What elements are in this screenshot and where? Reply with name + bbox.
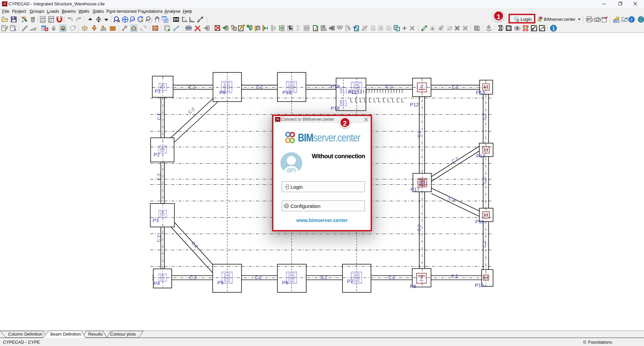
- svg-text:Column Definition: Column Definition: [8, 332, 43, 337]
- svg-text:P10: P10: [282, 90, 291, 95]
- svg-text:P13: P13: [476, 90, 485, 95]
- svg-text:P3: P3: [153, 217, 159, 223]
- svg-text:Contour plots: Contour plots: [110, 332, 136, 337]
- svg-text:P19: P19: [331, 83, 340, 89]
- svg-text:P16: P16: [475, 282, 484, 288]
- svg-text:P14: P14: [476, 153, 485, 159]
- svg-text:C.2: C.2: [320, 275, 327, 280]
- svg-text:P15: P15: [475, 219, 484, 224]
- svg-text:C.2: C.2: [451, 156, 459, 164]
- svg-text:C.2: C.2: [451, 274, 458, 279]
- svg-text:C.2: C.2: [482, 113, 487, 120]
- svg-text:C.2: C.2: [386, 84, 392, 89]
- svg-text:C.2: C.2: [156, 174, 161, 180]
- svg-text:C.2: C.2: [417, 131, 422, 137]
- svg-text:C.2: C.2: [156, 235, 161, 242]
- svg-text:P12: P12: [410, 102, 419, 107]
- svg-text:C.2: C.2: [256, 84, 263, 90]
- svg-text:C.2: C.2: [482, 177, 487, 184]
- svg-text:P6: P6: [282, 280, 288, 285]
- svg-text:C.2: C.2: [187, 106, 196, 115]
- svg-text:C.2: C.2: [189, 84, 195, 90]
- svg-text:C.2: C.2: [255, 275, 262, 280]
- svg-text:P11: P11: [348, 89, 357, 95]
- svg-text:P8: P8: [410, 283, 416, 289]
- svg-text:P1: P1: [155, 88, 161, 94]
- svg-text:P5: P5: [217, 280, 223, 285]
- svg-text:P7: P7: [347, 278, 353, 284]
- svg-text:C.2: C.2: [452, 84, 459, 90]
- svg-text:C.2: C.2: [417, 225, 422, 231]
- svg-text:P4: P4: [154, 280, 160, 286]
- svg-text:C.2: C.2: [190, 275, 196, 280]
- svg-text:Beam Definition: Beam Definition: [50, 332, 81, 337]
- svg-text:Results: Results: [88, 332, 103, 337]
- svg-text:C.2: C.2: [482, 241, 487, 247]
- svg-text:P2: P2: [154, 152, 160, 157]
- svg-text:C.2: C.2: [156, 113, 161, 120]
- svg-text:C.2: C.2: [388, 275, 395, 280]
- svg-text:P17: P17: [411, 186, 420, 192]
- svg-text:P18: P18: [331, 105, 340, 111]
- svg-text:P9: P9: [219, 90, 225, 95]
